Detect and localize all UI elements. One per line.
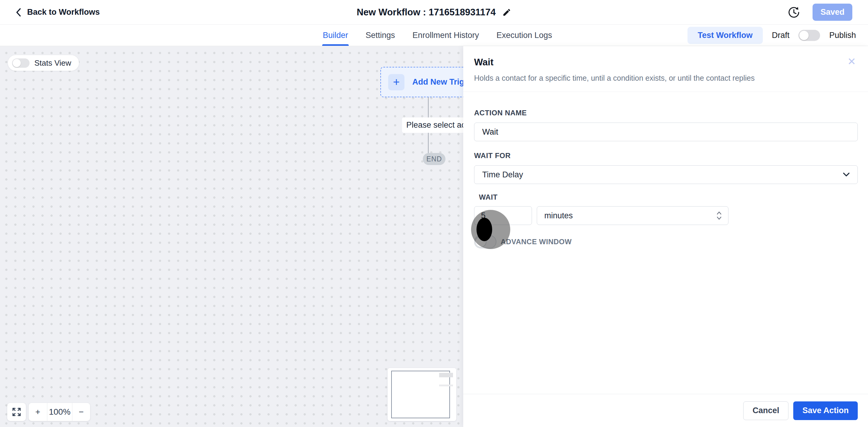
cancel-button[interactable]: Cancel: [743, 401, 789, 420]
publish-label: Publish: [829, 31, 856, 40]
action-name-label: ACTION NAME: [474, 109, 858, 117]
action-settings-panel: Wait Holds a contact for a specific time…: [463, 46, 868, 427]
tab-builder[interactable]: Builder: [322, 25, 349, 46]
wait-amount-input[interactable]: [474, 206, 532, 225]
advance-window-toggle[interactable]: [474, 235, 496, 249]
zoom-level: 100%: [47, 403, 72, 421]
wait-for-label: WAIT FOR: [474, 152, 858, 160]
updown-spinner-icon: [716, 210, 722, 221]
stats-view-knob: [13, 59, 21, 67]
active-tab-underline: [322, 44, 349, 46]
panel-body: ACTION NAME WAIT FOR Time Delay WAIT: [463, 92, 868, 249]
minimap-node-trigger: [439, 373, 453, 377]
tab-enrollment-history-label: Enrollment History: [412, 31, 479, 40]
version-history-icon[interactable]: [787, 6, 801, 19]
tab-execution-logs-label: Execution Logs: [496, 31, 552, 40]
panel-title: Wait: [474, 57, 855, 68]
wait-for-select[interactable]: Time Delay: [474, 165, 858, 184]
connector-line-top: [428, 97, 429, 118]
panel-description: Holds a contact for a specific time, unt…: [474, 74, 855, 83]
publish-toggle-knob: [799, 31, 809, 40]
minimap[interactable]: [388, 368, 456, 421]
end-node: END: [423, 153, 445, 165]
test-workflow-button[interactable]: Test Workflow: [687, 27, 763, 44]
wait-for-value: Time Delay: [482, 170, 523, 179]
tab-builder-label: Builder: [323, 31, 348, 40]
back-label: Back to Workflows: [27, 7, 100, 17]
zoom-out-button[interactable]: −: [72, 403, 90, 421]
chevron-down-icon: [842, 172, 850, 177]
wait-unit-select[interactable]: minutes: [537, 206, 728, 225]
panel-footer: Cancel Save Action: [463, 394, 868, 427]
saved-button[interactable]: Saved: [812, 4, 852, 21]
panel-header: Wait Holds a contact for a specific time…: [463, 46, 868, 92]
tab-enrollment-history[interactable]: Enrollment History: [412, 25, 480, 46]
stats-view-label: Stats View: [34, 58, 71, 68]
page-title: New Workflow : 1716518931174: [356, 7, 495, 18]
back-chevron-icon: [14, 7, 22, 18]
workflow-canvas[interactable]: Stats View + Add New Trigger Please sele…: [0, 46, 463, 427]
top-header: Back to Workflows New Workflow : 1716518…: [0, 0, 868, 25]
tab-bar: Builder Settings Enrollment History Exec…: [0, 25, 868, 46]
tab-settings-label: Settings: [366, 31, 395, 40]
advance-window-knob: [475, 236, 487, 248]
plus-icon: +: [388, 74, 404, 90]
wait-unit-value: minutes: [544, 211, 573, 221]
back-to-workflows-button[interactable]: Back to Workflows: [14, 7, 100, 18]
publish-toggle[interactable]: [798, 30, 820, 41]
expand-arrows-icon: [11, 407, 22, 417]
fit-to-screen-button[interactable]: [7, 403, 26, 421]
wait-label: WAIT: [479, 193, 858, 201]
zoom-in-button[interactable]: +: [29, 403, 47, 421]
tab-execution-logs[interactable]: Execution Logs: [496, 25, 553, 46]
advance-window-label: ADVANCE WINDOW: [501, 238, 572, 246]
please-select-action-hint: Please select action: [402, 118, 463, 133]
minimap-viewport: [391, 371, 450, 418]
add-new-trigger-label: Add New Trigger: [412, 77, 463, 87]
add-new-trigger-node[interactable]: + Add New Trigger: [380, 67, 463, 97]
minimap-node-hint: [439, 385, 453, 386]
action-name-input[interactable]: [474, 123, 858, 141]
stats-view-switch[interactable]: [12, 58, 30, 68]
tab-settings[interactable]: Settings: [365, 25, 396, 46]
edit-title-pencil-icon[interactable]: [502, 8, 512, 17]
save-action-button[interactable]: Save Action: [793, 401, 858, 420]
draft-label: Draft: [772, 31, 789, 40]
close-panel-icon[interactable]: ✕: [847, 56, 856, 67]
zoom-control: + 100% −: [29, 403, 90, 421]
workflow-builder-app: Back to Workflows New Workflow : 1716518…: [0, 0, 868, 427]
connector-line-bottom: [428, 133, 429, 153]
stats-view-toggle[interactable]: Stats View: [8, 55, 79, 71]
